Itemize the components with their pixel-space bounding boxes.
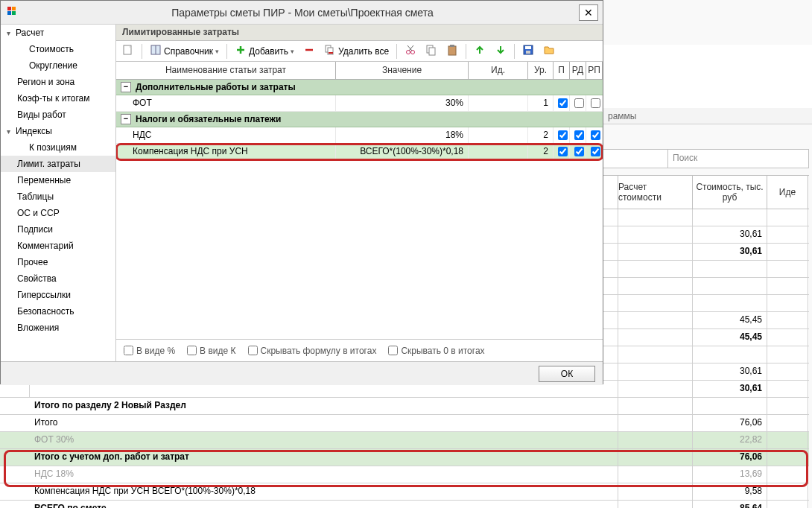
footer-options: В виде % В виде К Скрывать формулу в ито… [116,339,603,361]
add-label: Добавить [249,46,288,57]
cell-level[interactable]: 2 [528,144,554,159]
table-row[interactable]: НДС 18%13,69 [0,466,809,483]
move-up-button[interactable] [471,42,489,60]
cell-level[interactable]: 1 [528,95,554,111]
table-row[interactable]: Итого по разделу 2 Новый Раздел [0,398,809,415]
group-row[interactable]: −Дополнительные работы и затраты [116,80,603,95]
delete-all-button[interactable]: Удалить все [321,42,392,60]
opt-hide-zero[interactable]: Скрывать 0 в итогах [388,346,484,356]
cell-rd[interactable] [570,95,586,111]
open-button[interactable] [540,42,558,60]
group-row[interactable]: −Налоги и обязательные платежи [116,112,603,127]
dialog-footer: ОК [1,361,603,385]
nav-item[interactable]: Стоимость [1,41,115,57]
close-button[interactable]: ✕ [579,4,598,21]
svg-rect-11 [7,11,11,15]
svg-rect-9 [7,7,11,10]
cell-value[interactable]: ВСЕГО*(100%-30%)*0,18 [336,144,469,159]
data-row[interactable]: Компенсация НДС при УСНВСЕГО*(100%-30%)*… [116,144,603,160]
nav-item[interactable]: Безопасность [1,303,115,320]
nav-item[interactable]: Гиперссылки [1,287,115,303]
col-p[interactable]: П [554,62,570,79]
col-name[interactable]: Наименование статьи затрат [116,62,336,79]
nav-item[interactable]: Вложения [1,320,115,336]
nav-item[interactable]: Свойства [1,270,115,287]
nav-item[interactable]: Виды работ [1,107,115,123]
nav-item[interactable]: Переменные [1,172,115,188]
nav-item[interactable]: Комментарий [1,238,115,254]
table-row[interactable]: ВСЕГО по смете85,64 [0,501,809,508]
move-down-button[interactable] [492,42,510,60]
parameters-dialog: Параметры сметы ПИР - Мои сметы\Проектна… [0,0,603,384]
nav-item[interactable]: Подписи [1,221,115,238]
col-cost[interactable]: Стоимость, тыс. руб [693,176,767,209]
folder-icon [543,44,555,58]
search-placeholder[interactable]: Поиск [673,153,697,163]
add-button[interactable]: Добавить▾ [232,42,297,60]
delete-all-icon [324,44,336,58]
cell-id[interactable] [469,127,528,143]
col-id[interactable]: Ид. [469,62,528,79]
cell-rp[interactable] [586,127,603,143]
svg-rect-23 [450,45,454,47]
data-row[interactable]: ФОТ30%1 [116,95,603,112]
cell-p[interactable] [554,127,570,143]
cell-rp[interactable] [586,144,603,159]
table-row[interactable]: Итого76,06 [0,415,809,432]
cell-name[interactable]: НДС [116,127,336,143]
nav-item[interactable]: Расчет [1,25,115,41]
copy-icon [425,44,437,58]
svg-rect-10 [12,7,16,10]
cut-button[interactable] [402,42,419,60]
table-row[interactable]: Компенсация НДС при УСН ВСЕГО*(100%-30%)… [0,483,809,501]
col-value[interactable]: Значение [336,62,469,79]
cell-rd[interactable] [570,144,586,159]
save-button[interactable] [519,42,537,60]
copy-button[interactable] [422,42,440,60]
nav-item[interactable]: Таблицы [1,188,115,205]
nav-item[interactable]: Прочее [1,254,115,270]
col-ide[interactable]: Иде [767,176,808,209]
col-rp[interactable]: РП [586,62,603,79]
collapse-icon[interactable]: − [121,114,131,124]
tab-partial[interactable]: раммы [608,111,636,121]
svg-rect-25 [525,46,531,49]
cell-name[interactable]: ФОТ [116,95,336,111]
cell-value[interactable]: 18% [336,127,469,143]
nav-item[interactable]: Округление [1,57,115,74]
col-rd[interactable]: РД [570,62,586,79]
book-icon [150,44,162,58]
ok-button[interactable]: ОК [539,366,595,382]
cell-rd[interactable] [570,127,586,143]
opt-coeff[interactable]: В виде К [187,346,235,356]
col-level[interactable]: Ур. [528,62,554,79]
nav-item[interactable]: Коэф-ты к итогам [1,90,115,107]
cell-id[interactable] [469,144,528,159]
nav-item[interactable]: ОС и ССР [1,205,115,221]
grid-body: −Дополнительные работы и затратыФОТ30%1−… [116,80,603,339]
table-row[interactable]: Итого с учетом доп. работ и затрат76,06 [0,449,809,466]
reference-button[interactable]: Справочник▾ [147,42,222,60]
cell-rp[interactable] [586,95,603,111]
nav-item[interactable]: Регион и зона [1,74,115,90]
cell-p[interactable] [554,144,570,159]
arrow-up-icon [474,44,486,58]
table-row[interactable]: ФОТ 30%22,82 [0,432,809,449]
view-button[interactable] [119,42,137,60]
cell-id[interactable] [469,95,528,111]
collapse-icon[interactable]: − [121,82,131,92]
data-row[interactable]: НДС18%2 [116,127,603,144]
opt-percent[interactable]: В виде % [124,346,175,356]
nav-item[interactable]: Лимит. затраты [1,156,115,172]
cell-value[interactable]: 30% [336,95,469,111]
paste-button[interactable] [443,42,461,60]
ribbon: Гранд Калькулятор [603,45,812,115]
delete-button[interactable] [300,42,318,60]
col-calc[interactable]: Расчет стоимости [618,176,693,209]
cell-p[interactable] [554,95,570,111]
nav-item[interactable]: Индексы [1,123,115,139]
opt-hide-formula[interactable]: Скрывать формулу в итогах [248,346,377,356]
nav-item[interactable]: К позициям [1,139,115,156]
cell-level[interactable]: 2 [528,127,554,143]
cell-name[interactable]: Компенсация НДС при УСН [116,144,336,159]
